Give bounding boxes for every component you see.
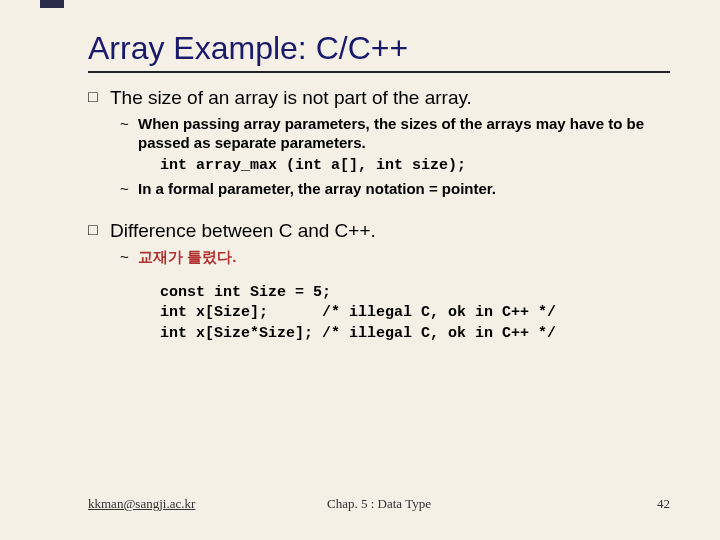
- footer-email: kkman@sangji.ac.kr: [88, 496, 195, 512]
- footer-page-number: 42: [657, 496, 670, 512]
- footer: kkman@sangji.ac.kr Chap. 5 : Data Type 4…: [88, 496, 670, 512]
- bullet-level2: When passing array parameters, the sizes…: [120, 115, 670, 153]
- bullet-text: When passing array parameters, the sizes…: [138, 115, 644, 151]
- bullet-level2: 교재가 틀렸다.: [120, 248, 670, 267]
- bullet-text: The size of an array is not part of the …: [110, 87, 472, 108]
- bullet-text: Difference between C and C++.: [110, 220, 376, 241]
- bullet-level1: The size of an array is not part of the …: [88, 87, 670, 109]
- bullet-text: In a formal parameter, the array notatio…: [138, 180, 496, 197]
- code-line: int array_max (int a[], int size);: [160, 157, 670, 174]
- bullet-level2: In a formal parameter, the array notatio…: [120, 180, 670, 199]
- slide-title: Array Example: C/C++: [88, 30, 670, 67]
- footer-chapter: Chap. 5 : Data Type: [327, 496, 431, 512]
- top-tab-decoration: [40, 0, 64, 8]
- bullet-level1: Difference between C and C++.: [88, 220, 670, 242]
- bullet-text: 교재가 틀렸다.: [138, 248, 236, 265]
- slide: Array Example: C/C++ The size of an arra…: [0, 0, 720, 540]
- title-underline: [88, 71, 670, 73]
- code-block: const int Size = 5; int x[Size]; /* ille…: [160, 283, 670, 344]
